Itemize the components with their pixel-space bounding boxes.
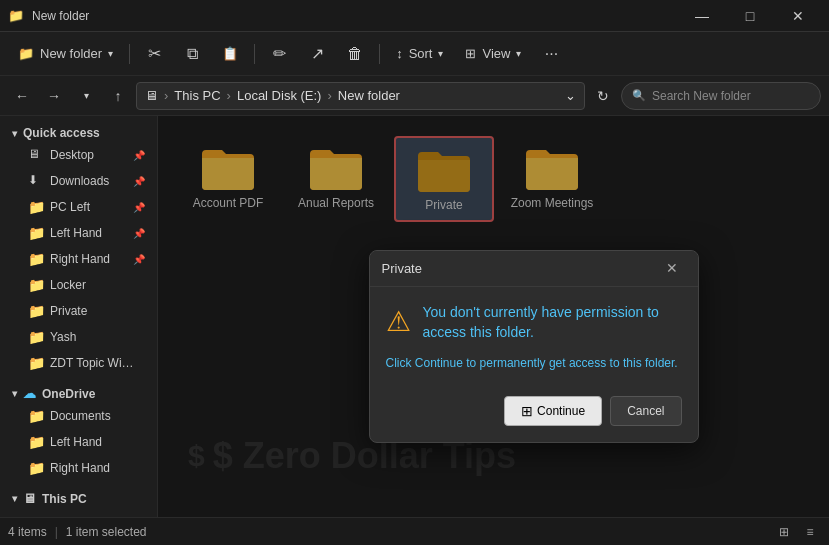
- path-localdisk: Local Disk (E:): [237, 88, 322, 103]
- paste-button[interactable]: 📋: [212, 36, 248, 72]
- sidebar-item-zdtopic[interactable]: 📁 ZDT Topic Wind…: [4, 350, 153, 376]
- thispc-header[interactable]: ▾ 🖥 This PC: [0, 485, 157, 508]
- more-button[interactable]: ···: [533, 36, 569, 72]
- sidebar-item-yash[interactable]: 📁 Yash: [4, 324, 153, 350]
- items-count: 4 items: [8, 525, 47, 539]
- status-bar: 4 items | 1 item selected ⊞ ≡: [0, 517, 829, 545]
- share-button[interactable]: ↗: [299, 36, 335, 72]
- dialog-title: Private: [382, 261, 658, 276]
- chevron-icon-od: ▾: [12, 388, 17, 399]
- dropdown-icon: ▾: [108, 48, 113, 59]
- close-button[interactable]: ✕: [775, 0, 821, 32]
- pin-icon: 📌: [133, 150, 145, 161]
- search-box[interactable]: 🔍 Search New folder: [621, 82, 821, 110]
- path-home-icon: 🖥: [145, 88, 158, 103]
- search-placeholder: Search New folder: [652, 89, 751, 103]
- forward-button[interactable]: →: [40, 82, 68, 110]
- sidebar-od-lefthand-label: Left Hand: [50, 435, 102, 449]
- sidebar-item-righthand[interactable]: 📁 Right Hand 📌: [4, 246, 153, 272]
- view-label: View: [482, 46, 510, 61]
- pin-icon-4: 📌: [133, 228, 145, 239]
- folder-icon-pcleft: 📁: [28, 199, 44, 215]
- pin-icon-5: 📌: [133, 254, 145, 265]
- recent-button[interactable]: ▾: [72, 82, 100, 110]
- sidebar-item-locker[interactable]: 📁 Locker: [4, 272, 153, 298]
- sidebar-item-pcleft[interactable]: 📁 PC Left 📌: [4, 194, 153, 220]
- pin-icon-2: 📌: [133, 176, 145, 187]
- toolbar-separator: [129, 44, 130, 64]
- sidebar-item-downloads[interactable]: ⬇ Downloads 📌: [4, 168, 153, 194]
- sidebar-yash-label: Yash: [50, 330, 76, 344]
- back-button[interactable]: ←: [8, 82, 36, 110]
- cancel-button[interactable]: Cancel: [610, 396, 681, 426]
- sidebar: ▾ Quick access 🖥 Desktop 📌 ⬇ Downloads 📌…: [0, 116, 158, 517]
- delete-button[interactable]: 🗑: [337, 36, 373, 72]
- sidebar-item-od-righthand[interactable]: 📁 Right Hand: [4, 455, 153, 481]
- view-button[interactable]: ⊞ View ▾: [455, 36, 531, 72]
- rename-button[interactable]: ✏: [261, 36, 297, 72]
- toolbar-separator-3: [379, 44, 380, 64]
- onedrive-cloud-icon: ☁: [23, 386, 36, 401]
- sort-label: Sort: [409, 46, 433, 61]
- dialog-close-button[interactable]: ✕: [658, 254, 686, 282]
- selected-count: 1 item selected: [66, 525, 147, 539]
- view-controls: ⊞ ≡: [773, 521, 821, 543]
- address-path[interactable]: 🖥 › This PC › Local Disk (E:) › New fold…: [136, 82, 585, 110]
- sub-text-before: Click Continue to permanently get access…: [386, 356, 623, 370]
- search-icon: 🔍: [632, 89, 646, 102]
- status-separator: |: [55, 525, 58, 539]
- sidebar-item-private[interactable]: 📁 Private: [4, 298, 153, 324]
- grid-view-button[interactable]: ⊞: [773, 521, 795, 543]
- sidebar-item-desktop[interactable]: 🖥 Desktop 📌: [4, 142, 153, 168]
- sidebar-righthand-label: Right Hand: [50, 252, 110, 266]
- cut-button[interactable]: ✂: [136, 36, 172, 72]
- sidebar-item-od-lefthand[interactable]: 📁 Left Hand: [4, 429, 153, 455]
- folder-icon-zdt: 📁: [28, 355, 44, 371]
- dialog-buttons: ⊞ Continue Cancel: [370, 388, 698, 442]
- folder-icon-locker: 📁: [28, 277, 44, 293]
- copy-button[interactable]: ⧉: [174, 36, 210, 72]
- onedrive-label: OneDrive: [42, 387, 95, 401]
- content-area: Account PDF Anual Reports Private: [158, 116, 829, 517]
- continue-button[interactable]: ⊞ Continue: [504, 396, 602, 426]
- dialog-overlay: Private ✕ ⚠ You don't currently have per…: [158, 116, 829, 517]
- folder-icon-righthand: 📁: [28, 251, 44, 267]
- up-button[interactable]: ↑: [104, 82, 132, 110]
- toolbar: 📁 New folder ▾ ✂ ⧉ 📋 ✏ ↗ 🗑 ↕ Sort ▾ ⊞ Vi…: [0, 32, 829, 76]
- chevron-down-icon: ▾: [12, 128, 17, 139]
- new-folder-label: New folder: [40, 46, 102, 61]
- list-view-button[interactable]: ≡: [799, 521, 821, 543]
- sidebar-desktop-label: Desktop: [50, 148, 94, 162]
- view-dropdown-icon: ▾: [516, 48, 521, 59]
- sort-icon: ↕: [396, 46, 403, 61]
- sidebar-downloads-label: Downloads: [50, 174, 109, 188]
- sidebar-item-documents[interactable]: 📁 Documents: [4, 403, 153, 429]
- continue-label: Continue: [537, 404, 585, 418]
- maximize-button[interactable]: □: [727, 0, 773, 32]
- downloads-icon: ⬇: [28, 173, 44, 189]
- dialog-sub-text: Click Continue to permanently get access…: [386, 354, 682, 372]
- new-folder-button[interactable]: 📁 New folder ▾: [8, 36, 123, 72]
- minimize-button[interactable]: —: [679, 0, 725, 32]
- onedrive-header[interactable]: ▾ ☁ OneDrive: [0, 380, 157, 403]
- thispc-icon: 🖥: [23, 491, 36, 506]
- cancel-label: Cancel: [627, 404, 664, 418]
- quick-access-header[interactable]: ▾ Quick access: [0, 120, 157, 142]
- warning-icon: ⚠: [386, 305, 411, 338]
- dialog-body: ⚠ You don't currently have permission to…: [370, 287, 698, 388]
- main-layout: ▾ Quick access 🖥 Desktop 📌 ⬇ Downloads 📌…: [0, 116, 829, 517]
- app-icon: 📁: [8, 8, 24, 24]
- path-newfolder: New folder: [338, 88, 400, 103]
- sidebar-item-lefthand[interactable]: 📁 Left Hand 📌: [4, 220, 153, 246]
- pin-icon-3: 📌: [133, 202, 145, 213]
- folder-icon-od-righthand: 📁: [28, 460, 44, 476]
- toolbar-separator-2: [254, 44, 255, 64]
- desktop-icon: 🖥: [28, 147, 44, 163]
- folder-icon: 📁: [18, 46, 34, 61]
- sort-button[interactable]: ↕ Sort ▾: [386, 36, 453, 72]
- view-icon: ⊞: [465, 46, 476, 61]
- refresh-button[interactable]: ↻: [589, 82, 617, 110]
- sub-text-after: folder.: [642, 356, 678, 370]
- folder-icon-lefthand: 📁: [28, 225, 44, 241]
- title-bar: 📁 New folder — □ ✕: [0, 0, 829, 32]
